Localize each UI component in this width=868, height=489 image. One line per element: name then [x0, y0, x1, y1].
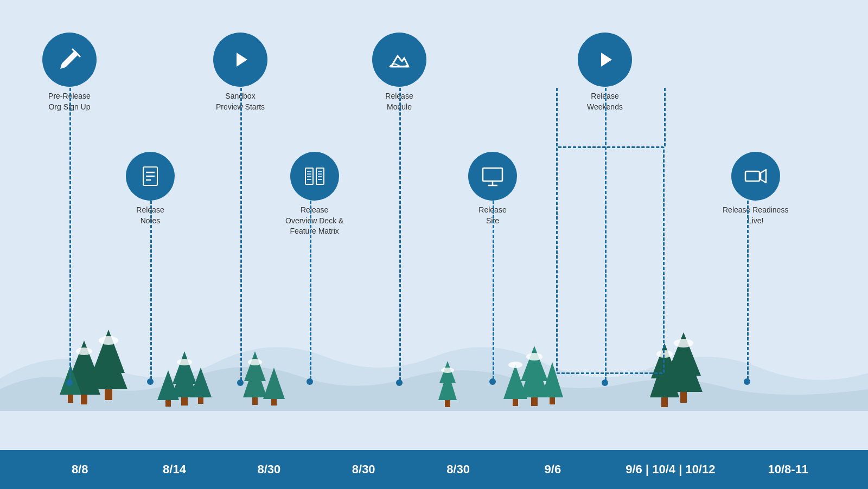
- svg-point-42: [508, 362, 522, 368]
- svg-marker-23: [520, 357, 549, 397]
- svg-rect-5: [81, 395, 87, 404]
- svg-rect-19: [271, 399, 277, 406]
- date-8-30-sandbox: 8/30: [247, 462, 291, 477]
- svg-marker-8: [171, 362, 198, 397]
- svg-marker-48: [601, 53, 612, 67]
- svg-marker-13: [190, 368, 212, 397]
- svg-marker-24: [521, 346, 548, 381]
- svg-rect-54: [316, 168, 324, 184]
- svg-rect-10: [181, 397, 188, 406]
- line-weekends-left: [556, 88, 558, 146]
- svg-marker-20: [438, 370, 457, 400]
- svg-marker-3: [68, 351, 100, 395]
- svg-point-39: [248, 359, 262, 365]
- svg-rect-53: [305, 168, 313, 184]
- line-weekends-center: [605, 88, 607, 381]
- svg-marker-4: [69, 340, 99, 378]
- release-weekends-icon-circle: [578, 33, 632, 87]
- date-8-8: 8/8: [58, 462, 101, 477]
- svg-point-40: [441, 368, 454, 373]
- svg-rect-66: [745, 171, 760, 181]
- svg-rect-25: [531, 397, 538, 406]
- dot-weekends: [602, 379, 608, 386]
- line-release-readiness: [747, 201, 749, 379]
- date-8-30-overview: 8/30: [342, 462, 385, 477]
- release-notes-icon-circle: [126, 152, 175, 201]
- release-site-icon-circle: [468, 152, 517, 201]
- svg-rect-63: [483, 168, 502, 181]
- date-8-30-module: 8/30: [437, 462, 480, 477]
- release-weekends-rect: [556, 146, 665, 374]
- tl-item-release-readiness: Release ReadinessLive!: [723, 152, 788, 226]
- release-module-icon-circle: [372, 33, 426, 87]
- svg-point-37: [76, 348, 92, 355]
- sandbox-icon-circle: [213, 33, 267, 87]
- svg-marker-9: [173, 351, 196, 384]
- svg-marker-30: [665, 343, 703, 392]
- pre-release-icon-circle: [42, 33, 97, 87]
- date-weekends: 9/6 | 10/4 | 10/12: [626, 462, 715, 477]
- svg-point-43: [674, 339, 693, 348]
- svg-marker-67: [761, 170, 766, 183]
- svg-marker-47: [391, 56, 409, 67]
- line-release-module: [399, 88, 401, 381]
- dot-release-overview: [307, 378, 313, 385]
- release-overview-icon-circle: [290, 152, 339, 201]
- svg-point-38: [177, 359, 192, 365]
- svg-rect-2: [105, 389, 112, 400]
- svg-rect-7: [68, 395, 73, 403]
- svg-marker-45: [237, 53, 247, 67]
- dot-pre-release: [66, 379, 73, 386]
- date-9-6: 9/6: [531, 462, 575, 477]
- svg-rect-32: [680, 392, 687, 403]
- dot-release-site: [489, 378, 496, 385]
- svg-marker-26: [503, 365, 527, 399]
- svg-rect-17: [252, 397, 258, 405]
- svg-rect-35: [661, 397, 668, 407]
- line-sandbox: [240, 88, 242, 381]
- svg-marker-21: [439, 361, 456, 383]
- tl-item-release-overview: ReleaseOverview Deck &Feature Matrix: [285, 152, 343, 237]
- svg-rect-29: [550, 397, 555, 404]
- date-8-14: 8/14: [153, 462, 196, 477]
- svg-rect-22: [445, 400, 450, 407]
- line-release-overview: [310, 201, 311, 379]
- svg-marker-18: [263, 368, 285, 399]
- svg-marker-15: [243, 362, 267, 397]
- release-overview-label: ReleaseOverview Deck &Feature Matrix: [285, 205, 343, 237]
- release-readiness-label: Release ReadinessLive!: [723, 205, 788, 226]
- svg-rect-12: [165, 400, 171, 407]
- dot-release-module: [396, 379, 403, 386]
- line-weekends-right: [664, 88, 666, 146]
- svg-marker-31: [666, 332, 701, 376]
- svg-marker-16: [244, 351, 266, 381]
- date-10-8-11: 10/8-11: [767, 462, 810, 477]
- timeline-area: Pre-Release Org Sign Up SandboxPreview S…: [0, 0, 868, 450]
- svg-marker-1: [92, 330, 125, 373]
- svg-point-41: [526, 353, 542, 361]
- dot-sandbox: [237, 379, 244, 386]
- line-release-site: [493, 201, 494, 379]
- svg-point-36: [99, 336, 118, 345]
- svg-rect-27: [513, 399, 518, 406]
- svg-rect-14: [198, 397, 203, 404]
- dot-release-notes: [147, 378, 154, 385]
- release-readiness-icon-circle: [731, 152, 780, 201]
- snow-landscape: [0, 313, 868, 411]
- line-pre-release: [69, 88, 71, 381]
- svg-marker-11: [157, 370, 179, 400]
- dot-release-readiness: [744, 378, 750, 385]
- svg-marker-0: [90, 340, 127, 389]
- line-release-notes: [150, 201, 152, 379]
- main-container: Pre-Release Org Sign Up SandboxPreview S…: [0, 0, 868, 489]
- timeline-bar: 8/8 8/14 8/30 8/30 8/30 9/6 9/6 | 10/4 |…: [0, 450, 868, 489]
